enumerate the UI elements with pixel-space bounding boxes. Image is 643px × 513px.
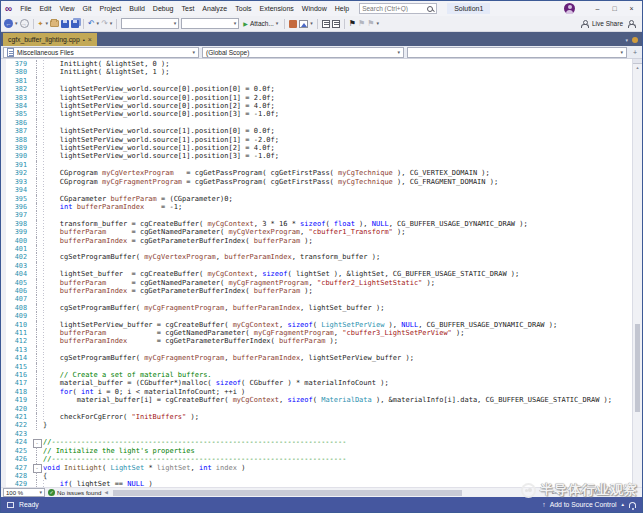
- redo-dropdown-icon[interactable]: ▾: [110, 21, 113, 26]
- add-to-source-control-button[interactable]: Add to Source Control: [550, 501, 617, 508]
- code-line[interactable]: 382 lightSetPerView_world.source[0].posi…: [1, 85, 632, 93]
- scroll-up-icon[interactable]: ▲: [633, 64, 642, 71]
- bookmark-icon[interactable]: ⚑: [349, 20, 356, 28]
- code-line[interactable]: 400 bufferParamIndex = cgGetParameterBuf…: [1, 237, 632, 245]
- hot-reload-icon[interactable]: [289, 20, 297, 28]
- code-line[interactable]: 411 bufferParam = cgGetNamedParameter( m…: [1, 329, 632, 337]
- window-options-icon[interactable]: [632, 37, 638, 43]
- code-line[interactable]: 389 lightSetPerView_world.source[1].posi…: [1, 144, 632, 152]
- code-line[interactable]: 413: [1, 346, 632, 354]
- code-line[interactable]: 426//-----------------------------------…: [1, 455, 632, 463]
- minimize-button[interactable]: –: [589, 2, 606, 15]
- code-line[interactable]: 383 lightSetPerView_world.source[0].posi…: [1, 94, 632, 102]
- fold-collapse-icon[interactable]: [31, 464, 43, 472]
- redo-icon[interactable]: ↷: [101, 20, 108, 28]
- code-line[interactable]: 412 bufferParamIndex = cgGetParameterBuf…: [1, 337, 632, 345]
- next-bookmark-icon[interactable]: ⚑: [367, 20, 374, 28]
- live-share-label[interactable]: Live Share: [592, 20, 623, 27]
- code-line[interactable]: 406 bufferParamIndex = cgGetParameterBuf…: [1, 287, 632, 295]
- menu-view[interactable]: View: [55, 3, 78, 14]
- code-line[interactable]: 429 if( lightSet == NULL ): [1, 480, 632, 487]
- navigate-back-icon[interactable]: ←: [4, 19, 13, 28]
- tab-cgfx-buffer-lighting[interactable]: cgfx_buffer_lighting.cpp • ×: [3, 33, 97, 46]
- code-line[interactable]: 388 lightSetPerView_world.source[1].posi…: [1, 136, 632, 144]
- close-button[interactable]: ×: [623, 2, 640, 15]
- error-list-icon[interactable]: [332, 20, 340, 28]
- code-line[interactable]: 408 cgSetProgramBuffer( myCgFragmentProg…: [1, 304, 632, 312]
- menu-file[interactable]: File: [16, 3, 35, 14]
- horizontal-scrollbar-thumb[interactable]: [113, 490, 462, 496]
- code-line[interactable]: 409: [1, 312, 632, 320]
- vertical-scrollbar-thumb[interactable]: [635, 324, 640, 412]
- code-line[interactable]: 404 lightSet_buffer = cgCreateBuffer( my…: [1, 270, 632, 278]
- undo-dropdown-icon[interactable]: ▾: [97, 21, 100, 26]
- code-line[interactable]: 424//-----------------------------------…: [1, 438, 632, 446]
- code-line[interactable]: 425// Initialize the light's properties: [1, 447, 632, 455]
- code-editor[interactable]: 379 InitLight( &lightSet, 0 );380 InitLi…: [1, 59, 642, 487]
- menu-edit[interactable]: Edit: [35, 3, 55, 14]
- save-icon[interactable]: [61, 20, 69, 28]
- new-project-icon[interactable]: ✦: [38, 19, 44, 28]
- tab-close-icon[interactable]: ×: [88, 36, 92, 43]
- notifications-bell-icon[interactable]: [629, 502, 636, 508]
- menu-git[interactable]: Git: [79, 3, 96, 14]
- code-line[interactable]: 418 for( int i = 0; i < materialInfoCoun…: [1, 388, 632, 396]
- code-line[interactable]: 401: [1, 245, 632, 253]
- navigate-back-dropdown-icon[interactable]: ▾: [15, 21, 18, 26]
- menu-build[interactable]: Build: [125, 3, 149, 14]
- code-line[interactable]: 422}: [1, 421, 632, 429]
- code-line[interactable]: 397: [1, 211, 632, 219]
- code-line[interactable]: 416 // Create a set of material buffers.: [1, 371, 632, 379]
- scope-dropdown[interactable]: (Global Scope) ▾: [202, 47, 404, 58]
- code-line[interactable]: 395 CGparameter bufferParam = (CGparamet…: [1, 195, 632, 203]
- project-dropdown[interactable]: Miscellaneous Files ▾: [3, 47, 199, 58]
- menu-analyze[interactable]: Analyze: [198, 3, 231, 14]
- account-avatar[interactable]: [564, 3, 575, 14]
- navigate-forward-icon[interactable]: →: [20, 19, 29, 28]
- code-line[interactable]: 428{: [1, 472, 632, 480]
- code-line[interactable]: 402 cgSetProgramBuffer( myCgVertexProgra…: [1, 253, 632, 261]
- code-line[interactable]: 407: [1, 295, 632, 303]
- code-line[interactable]: 405 bufferParam = cgGetNamedParameter( m…: [1, 279, 632, 287]
- split-window-icon[interactable]: +: [630, 49, 640, 56]
- solution-configurations-dropdown[interactable]: ▾: [121, 18, 179, 29]
- save-all-icon[interactable]: [71, 20, 79, 28]
- maximize-button[interactable]: □: [606, 2, 623, 15]
- menu-tools[interactable]: Tools: [231, 3, 255, 14]
- expand-icon[interactable]: ▲: [621, 502, 625, 507]
- feedback-icon[interactable]: [626, 19, 635, 28]
- code-line[interactable]: 379 InitLight( &lightSet, 0 );: [1, 60, 632, 68]
- code-line[interactable]: 385 lightSetPerView_world.source[0].posi…: [1, 110, 632, 118]
- code-line[interactable]: 398 transform_buffer = cgCreateBuffer( m…: [1, 220, 632, 228]
- menu-extensions[interactable]: Extensions: [256, 3, 298, 14]
- code-line[interactable]: 414 cgSetProgramBuffer( myCgFragmentProg…: [1, 354, 632, 362]
- search-input[interactable]: [362, 5, 426, 12]
- code-line[interactable]: 419 material_buffer[i] = cgCreateBuffer(…: [1, 396, 632, 404]
- undo-icon[interactable]: ↶: [88, 20, 95, 28]
- code-line[interactable]: 396 int bufferParamIndex = -1;: [1, 203, 632, 211]
- zoom-dropdown[interactable]: 100 % ▾: [3, 488, 45, 497]
- code-line[interactable]: 403: [1, 262, 632, 270]
- live-share-icon[interactable]: [580, 19, 589, 28]
- menu-debug[interactable]: Debug: [149, 3, 178, 14]
- code-line[interactable]: 392 CGprogram myCgVertexProgram = cgGetP…: [1, 169, 632, 177]
- code-line[interactable]: 423: [1, 430, 632, 438]
- find-symbol-results-icon[interactable]: [322, 20, 330, 28]
- code-line[interactable]: 391: [1, 161, 632, 169]
- vertical-scrollbar[interactable]: ▲: [632, 59, 642, 487]
- open-file-icon[interactable]: [50, 20, 59, 27]
- menu-test[interactable]: Test: [178, 3, 199, 14]
- code-line[interactable]: 420: [1, 405, 632, 413]
- code-line[interactable]: 399 bufferParam = cgGetNamedParameter( m…: [1, 228, 632, 236]
- preview-icon[interactable]: [299, 20, 308, 28]
- prev-bookmark-icon[interactable]: ⚑: [358, 20, 365, 28]
- fold-collapse-icon[interactable]: [31, 438, 43, 446]
- code-line[interactable]: 417 material_buffer = (CGbuffer*)malloc(…: [1, 379, 632, 387]
- code-line[interactable]: 410 lightSetPerView_buffer = cgCreateBuf…: [1, 321, 632, 329]
- code-line[interactable]: 415: [1, 363, 632, 371]
- chevron-down-icon[interactable]: ▾: [376, 21, 379, 26]
- attach-button[interactable]: ▶ Attach... ▾: [241, 20, 280, 27]
- health-indicator[interactable]: ✓ No issues found: [48, 489, 101, 496]
- code-line[interactable]: 380 InitLight( &lightSet, 1 );: [1, 68, 632, 76]
- menu-project[interactable]: Project: [95, 3, 125, 14]
